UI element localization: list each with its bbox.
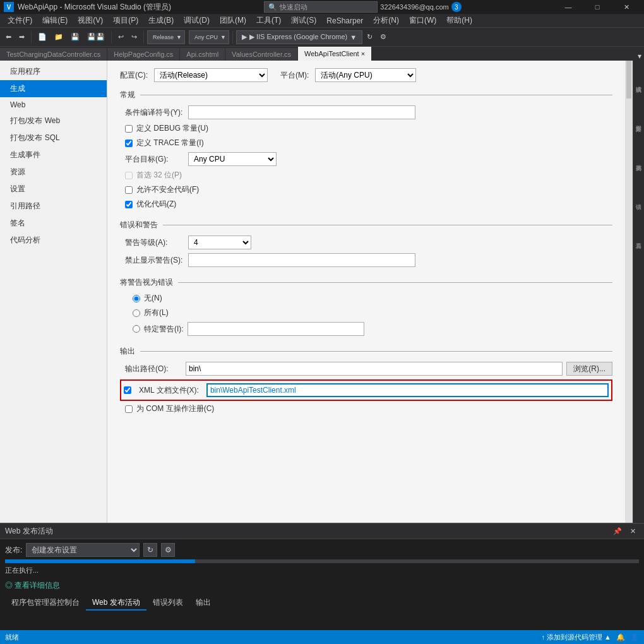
sidebar-item-code-analysis[interactable]: 代码分析 xyxy=(0,232,107,249)
tab-valuescontroller[interactable]: ValuesController.cs xyxy=(225,48,298,61)
sidebar-item-publish-sql[interactable]: 打包/发布 SQL xyxy=(0,129,107,146)
bottom-tabs: 程序包管理器控制台 Web 发布活动 错误列表 输出 xyxy=(5,596,639,611)
menu-view[interactable]: 视图(V) xyxy=(73,14,108,28)
none-radio[interactable] xyxy=(133,295,140,302)
specific-radio[interactable] xyxy=(133,325,140,333)
bottom-panel-pin[interactable]: 📌 xyxy=(611,525,624,538)
allow-unsafe-checkbox[interactable] xyxy=(125,186,133,194)
tab-helppageconfig[interactable]: HelpPageConfig.cs xyxy=(107,48,180,61)
progress-bar xyxy=(5,559,639,563)
menu-project[interactable]: 项目(P) xyxy=(108,14,143,28)
close-button[interactable]: ✕ xyxy=(612,0,640,14)
toolbar-new[interactable]: 📄 xyxy=(35,30,50,45)
tab-apicshtml-label: Api.cshtml xyxy=(186,51,218,58)
sidebar-item-ref-paths[interactable]: 引用路径 xyxy=(0,198,107,215)
tab-testcharging-label: TestChargingDataController.cs xyxy=(6,51,100,58)
menu-bar: 文件(F) 编辑(E) 视图(V) 项目(P) 生成(B) 调试(D) 团队(M… xyxy=(0,14,644,28)
tab-webapitestclient-label: WebApiTestClient × xyxy=(304,50,365,57)
toolbar-save[interactable]: 💾 xyxy=(68,30,83,45)
menu-test[interactable]: 测试(S) xyxy=(286,14,321,28)
publish-refresh-btn[interactable]: ↻ xyxy=(143,543,157,557)
allow-unsafe-label: 允许不安全代码(F) xyxy=(136,184,199,195)
search-icon: 🔍 xyxy=(268,3,277,11)
bottom-panel: Web 发布活动 📌 ✕ 发布: 创建发布设置 ↻ ⚙ 正在执行... ◎ 查看… xyxy=(0,523,644,630)
menu-build[interactable]: 生成(B) xyxy=(143,14,179,28)
sidebar-item-app[interactable]: 应用程序 xyxy=(0,63,107,80)
all-radio-label: 所有(L) xyxy=(144,307,169,318)
sidebar-item-signing[interactable]: 签名 xyxy=(0,215,107,232)
sidebar-item-build[interactable]: 生成 xyxy=(0,80,107,97)
view-details-link[interactable]: ◎ 查看详细信息 xyxy=(5,581,60,590)
right-bar-item5[interactable]: 工具箱 xyxy=(634,220,644,258)
maximize-button[interactable]: □ xyxy=(583,0,611,14)
run-button[interactable]: ▶ ▶ IIS Express (Google Chrome) ▼ xyxy=(236,30,362,44)
suppress-warnings-input[interactable] xyxy=(188,253,415,267)
right-bar-item1[interactable]: 演讲模式 xyxy=(634,63,644,101)
debug-constant-checkbox[interactable] xyxy=(125,125,133,133)
bottom-tab-output[interactable]: 输出 xyxy=(189,596,217,611)
toolbar-save-all[interactable]: 💾💾 xyxy=(84,30,108,45)
bottom-panel-close[interactable]: ✕ xyxy=(626,525,639,538)
menu-file[interactable]: 文件(F) xyxy=(3,14,37,28)
toolbar-forward[interactable]: ➡ xyxy=(16,30,28,45)
prefer32-checkbox[interactable] xyxy=(125,172,133,179)
xml-doc-checkbox[interactable] xyxy=(124,386,131,394)
menu-debug[interactable]: 调试(D) xyxy=(179,14,215,28)
platform-target-select[interactable]: Any CPU xyxy=(188,152,277,166)
xml-doc-row: XML 文档文件(X): xyxy=(120,379,612,401)
none-radio-row: 无(N) xyxy=(120,293,612,304)
minimize-button[interactable]: — xyxy=(554,0,582,14)
sidebar-item-web[interactable]: Web xyxy=(0,97,107,112)
content-scrollbar[interactable] xyxy=(625,61,633,523)
scroll-thumb[interactable] xyxy=(626,61,631,98)
tab-testcharging[interactable]: TestChargingDataController.cs xyxy=(0,48,107,61)
specific-input[interactable] xyxy=(188,322,364,336)
right-bar-item4[interactable]: 错误 xyxy=(634,181,644,218)
bottom-tab-package-manager[interactable]: 程序包管理器控制台 xyxy=(5,596,86,611)
publish-select[interactable]: 创建发布设置 xyxy=(26,543,140,557)
sidebar-item-build-events[interactable]: 生成事件 xyxy=(0,146,107,164)
tab-webapitestclient[interactable]: WebApiTestClient × xyxy=(298,47,372,61)
toolbar-sep4 xyxy=(232,31,233,44)
menu-analyze[interactable]: 分析(N) xyxy=(368,14,404,28)
output-path-input[interactable] xyxy=(186,362,563,376)
menu-resharper[interactable]: ReSharper xyxy=(321,14,368,28)
tab-apicshtml[interactable]: Api.cshtml xyxy=(180,48,225,61)
source-control-text[interactable]: ↑ 添加到源代码管理 ▲ xyxy=(542,633,612,642)
sidebar-item-resources[interactable]: 资源 xyxy=(0,164,107,181)
trace-constant-checkbox[interactable] xyxy=(125,140,133,147)
all-radio[interactable] xyxy=(133,309,140,317)
toolbar-extra[interactable]: ⚙ xyxy=(377,30,390,45)
sidebar-item-publish-web[interactable]: 打包/发布 Web xyxy=(0,112,107,129)
menu-window[interactable]: 窗口(W) xyxy=(404,14,441,28)
treat-warnings-section-header: 将警告视为错误 xyxy=(120,277,612,288)
platform-dropdown[interactable]: Any CPU ▼ xyxy=(189,30,229,44)
toolbar-refresh[interactable]: ↻ xyxy=(364,30,376,45)
debug-constant-label: 定义 DEBUG 常量(U) xyxy=(136,123,208,134)
menu-edit[interactable]: 编辑(E) xyxy=(37,14,73,28)
right-bar-item3[interactable]: 在浏览器 xyxy=(634,141,644,179)
com-interop-checkbox[interactable] xyxy=(125,405,133,413)
browse-button[interactable]: 浏览(R)... xyxy=(566,362,612,376)
tab-bar-scroll[interactable]: ▾ xyxy=(638,52,641,61)
toolbar-redo[interactable]: ↪ xyxy=(128,30,140,45)
warning-level-select[interactable]: 4 xyxy=(188,236,251,249)
optimize-checkbox[interactable] xyxy=(125,201,133,208)
bottom-tab-error-list[interactable]: 错误列表 xyxy=(146,596,189,611)
sidebar-item-settings[interactable]: 设置 xyxy=(0,181,107,198)
menu-team[interactable]: 团队(M) xyxy=(215,14,251,28)
platform-select-config[interactable]: 活动(Any CPU) xyxy=(315,68,416,82)
bottom-tab-web-publish[interactable]: Web 发布活动 xyxy=(86,596,146,611)
title-bar: V WebApiApp - Microsoft Visual Studio (管… xyxy=(0,0,644,14)
menu-tools[interactable]: 工具(T) xyxy=(251,14,286,28)
toolbar-back[interactable]: ⬅ xyxy=(3,30,15,45)
menu-help[interactable]: 帮助(H) xyxy=(441,14,477,28)
toolbar-undo[interactable]: ↩ xyxy=(115,30,127,45)
conditional-input[interactable] xyxy=(188,105,415,119)
xml-doc-input[interactable] xyxy=(206,383,609,397)
config-select[interactable]: 活动(Release) xyxy=(154,68,268,82)
publish-settings-btn[interactable]: ⚙ xyxy=(161,543,175,557)
toolbar-open[interactable]: 📁 xyxy=(51,30,66,45)
right-bar-item2[interactable]: 图解方案 xyxy=(634,102,644,140)
config-dropdown[interactable]: Release ▼ xyxy=(147,30,185,44)
